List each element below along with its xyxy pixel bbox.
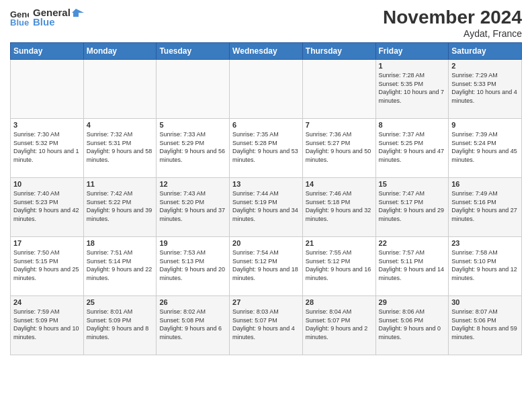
day-info: Sunrise: 7:44 AM Sunset: 5:19 PM Dayligh… xyxy=(232,189,300,223)
day-cell-2-0: 10Sunrise: 7:40 AM Sunset: 5:23 PM Dayli… xyxy=(11,178,84,237)
day-number: 13 xyxy=(232,180,300,188)
day-info: Sunrise: 7:50 AM Sunset: 5:15 PM Dayligh… xyxy=(13,248,81,282)
day-cell-4-6: 30Sunrise: 8:07 AM Sunset: 5:06 PM Dayli… xyxy=(449,296,522,355)
day-info: Sunrise: 7:46 AM Sunset: 5:18 PM Dayligh… xyxy=(306,189,373,223)
day-info: Sunrise: 7:33 AM Sunset: 5:29 PM Dayligh… xyxy=(159,130,226,164)
day-info: Sunrise: 7:43 AM Sunset: 5:20 PM Dayligh… xyxy=(159,189,226,223)
day-cell-3-0: 17Sunrise: 7:50 AM Sunset: 5:15 PM Dayli… xyxy=(11,237,84,296)
header-tuesday: Tuesday xyxy=(157,43,230,60)
header-monday: Monday xyxy=(83,43,157,60)
header: General Blue General Blue November 2024 … xyxy=(10,7,522,39)
week-row-2: 3Sunrise: 7:30 AM Sunset: 5:32 PM Daylig… xyxy=(11,119,522,178)
calendar-table: Sunday Monday Tuesday Wednesday Thursday… xyxy=(10,42,522,355)
day-cell-3-5: 22Sunrise: 7:57 AM Sunset: 5:11 PM Dayli… xyxy=(375,237,449,296)
day-cell-0-3 xyxy=(230,60,303,119)
day-info: Sunrise: 7:58 AM Sunset: 5:10 PM Dayligh… xyxy=(451,248,519,282)
day-info: Sunrise: 8:06 AM Sunset: 5:06 PM Dayligh… xyxy=(379,308,446,341)
day-cell-1-4: 7Sunrise: 7:36 AM Sunset: 5:27 PM Daylig… xyxy=(302,119,375,178)
day-number: 30 xyxy=(451,298,519,306)
title-section: November 2024 Aydat, France xyxy=(383,7,522,39)
page-container: General Blue General Blue November 2024 … xyxy=(0,0,532,362)
day-info: Sunrise: 7:42 AM Sunset: 5:22 PM Dayligh… xyxy=(87,189,154,223)
day-cell-3-3: 20Sunrise: 7:54 AM Sunset: 5:12 PM Dayli… xyxy=(230,237,303,296)
day-cell-3-2: 19Sunrise: 7:53 AM Sunset: 5:13 PM Dayli… xyxy=(157,237,230,296)
day-cell-3-6: 23Sunrise: 7:58 AM Sunset: 5:10 PM Dayli… xyxy=(449,237,522,296)
header-friday: Friday xyxy=(375,43,449,60)
day-number: 18 xyxy=(87,239,154,247)
day-info: Sunrise: 7:57 AM Sunset: 5:11 PM Dayligh… xyxy=(379,248,446,282)
svg-marker-3 xyxy=(72,9,84,17)
location: Aydat, France xyxy=(383,28,522,39)
day-number: 16 xyxy=(451,180,519,188)
day-number: 17 xyxy=(13,239,81,247)
day-number: 7 xyxy=(306,121,373,129)
day-cell-2-5: 15Sunrise: 7:47 AM Sunset: 5:17 PM Dayli… xyxy=(375,178,449,237)
day-info: Sunrise: 8:07 AM Sunset: 5:06 PM Dayligh… xyxy=(451,308,519,341)
day-cell-1-1: 4Sunrise: 7:32 AM Sunset: 5:31 PM Daylig… xyxy=(83,119,157,178)
day-cell-0-5: 1Sunrise: 7:28 AM Sunset: 5:35 PM Daylig… xyxy=(375,60,449,119)
day-info: Sunrise: 7:28 AM Sunset: 5:35 PM Dayligh… xyxy=(379,71,446,105)
day-number: 8 xyxy=(379,121,446,129)
day-cell-2-6: 16Sunrise: 7:49 AM Sunset: 5:16 PM Dayli… xyxy=(449,178,522,237)
day-info: Sunrise: 7:35 AM Sunset: 5:28 PM Dayligh… xyxy=(232,130,300,164)
header-thursday: Thursday xyxy=(302,43,375,60)
day-info: Sunrise: 8:04 AM Sunset: 5:07 PM Dayligh… xyxy=(306,308,373,341)
day-cell-3-4: 21Sunrise: 7:55 AM Sunset: 5:12 PM Dayli… xyxy=(302,237,375,296)
day-info: Sunrise: 8:01 AM Sunset: 5:09 PM Dayligh… xyxy=(87,308,154,341)
day-number: 12 xyxy=(159,180,226,188)
day-info: Sunrise: 7:30 AM Sunset: 5:32 PM Dayligh… xyxy=(13,130,81,164)
logo-icon: General Blue xyxy=(10,8,29,27)
header-sunday: Sunday xyxy=(11,43,84,60)
day-info: Sunrise: 7:47 AM Sunset: 5:17 PM Dayligh… xyxy=(379,189,446,223)
day-info: Sunrise: 7:59 AM Sunset: 5:09 PM Dayligh… xyxy=(13,308,81,341)
day-info: Sunrise: 7:37 AM Sunset: 5:25 PM Dayligh… xyxy=(379,130,446,164)
day-number: 6 xyxy=(232,121,300,129)
day-number: 15 xyxy=(379,180,446,188)
day-cell-0-1 xyxy=(83,60,157,119)
day-cell-0-2 xyxy=(157,60,230,119)
day-info: Sunrise: 7:29 AM Sunset: 5:33 PM Dayligh… xyxy=(451,71,519,105)
day-number: 22 xyxy=(379,239,446,247)
week-row-3: 10Sunrise: 7:40 AM Sunset: 5:23 PM Dayli… xyxy=(11,178,522,237)
day-cell-4-2: 26Sunrise: 8:02 AM Sunset: 5:08 PM Dayli… xyxy=(157,296,230,355)
header-wednesday: Wednesday xyxy=(230,43,303,60)
day-info: Sunrise: 7:51 AM Sunset: 5:14 PM Dayligh… xyxy=(87,248,154,282)
day-number: 2 xyxy=(451,62,519,70)
day-cell-3-1: 18Sunrise: 7:51 AM Sunset: 5:14 PM Dayli… xyxy=(83,237,157,296)
day-number: 27 xyxy=(232,298,300,306)
day-cell-4-5: 29Sunrise: 8:06 AM Sunset: 5:06 PM Dayli… xyxy=(375,296,449,355)
day-info: Sunrise: 7:36 AM Sunset: 5:27 PM Dayligh… xyxy=(306,130,373,164)
svg-text:Blue: Blue xyxy=(10,17,29,27)
day-cell-2-3: 13Sunrise: 7:44 AM Sunset: 5:19 PM Dayli… xyxy=(230,178,303,237)
day-number: 23 xyxy=(451,239,519,247)
day-cell-4-0: 24Sunrise: 7:59 AM Sunset: 5:09 PM Dayli… xyxy=(11,296,84,355)
day-info: Sunrise: 8:03 AM Sunset: 5:07 PM Dayligh… xyxy=(232,308,300,341)
day-number: 20 xyxy=(232,239,300,247)
day-number: 25 xyxy=(87,298,154,306)
day-number: 4 xyxy=(87,121,154,129)
day-cell-0-4 xyxy=(302,60,375,119)
day-cell-1-3: 6Sunrise: 7:35 AM Sunset: 5:28 PM Daylig… xyxy=(230,119,303,178)
day-cell-1-5: 8Sunrise: 7:37 AM Sunset: 5:25 PM Daylig… xyxy=(375,119,449,178)
day-cell-4-1: 25Sunrise: 8:01 AM Sunset: 5:09 PM Dayli… xyxy=(83,296,157,355)
day-number: 28 xyxy=(306,298,373,306)
day-cell-0-6: 2Sunrise: 7:29 AM Sunset: 5:33 PM Daylig… xyxy=(449,60,522,119)
day-number: 10 xyxy=(13,180,81,188)
day-info: Sunrise: 7:53 AM Sunset: 5:13 PM Dayligh… xyxy=(159,248,226,282)
day-number: 11 xyxy=(87,180,154,188)
day-cell-2-4: 14Sunrise: 7:46 AM Sunset: 5:18 PM Dayli… xyxy=(302,178,375,237)
day-info: Sunrise: 7:55 AM Sunset: 5:12 PM Dayligh… xyxy=(306,248,373,282)
day-info: Sunrise: 7:39 AM Sunset: 5:24 PM Dayligh… xyxy=(451,130,519,164)
day-number: 19 xyxy=(159,239,226,247)
day-number: 21 xyxy=(306,239,373,247)
day-cell-2-2: 12Sunrise: 7:43 AM Sunset: 5:20 PM Dayli… xyxy=(157,178,230,237)
day-cell-4-3: 27Sunrise: 8:03 AM Sunset: 5:07 PM Dayli… xyxy=(230,296,303,355)
day-cell-1-2: 5Sunrise: 7:33 AM Sunset: 5:29 PM Daylig… xyxy=(157,119,230,178)
month-title: November 2024 xyxy=(383,7,522,28)
day-number: 14 xyxy=(306,180,373,188)
day-cell-4-4: 28Sunrise: 8:04 AM Sunset: 5:07 PM Dayli… xyxy=(302,296,375,355)
day-info: Sunrise: 7:40 AM Sunset: 5:23 PM Dayligh… xyxy=(13,189,81,223)
weekday-header-row: Sunday Monday Tuesday Wednesday Thursday… xyxy=(11,43,522,60)
day-number: 1 xyxy=(379,62,446,70)
day-cell-1-6: 9Sunrise: 7:39 AM Sunset: 5:24 PM Daylig… xyxy=(449,119,522,178)
